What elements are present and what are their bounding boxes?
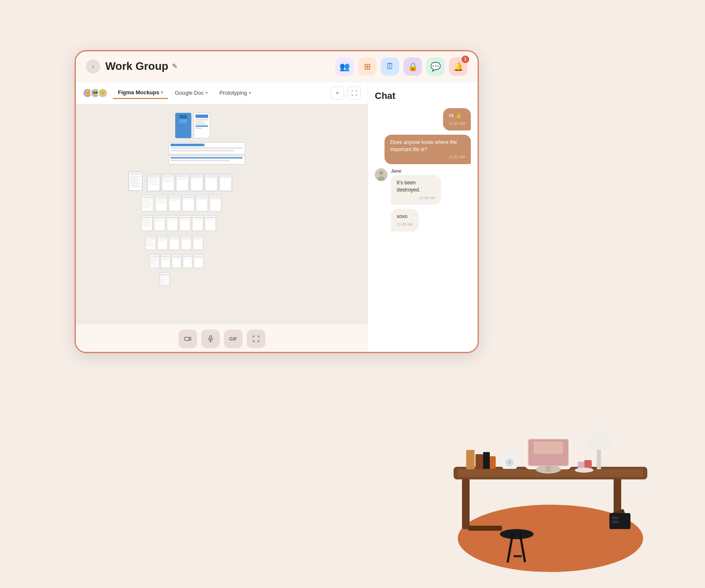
svg-rect-109 (158, 237, 167, 238)
svg-rect-59 (142, 207, 149, 208)
svg-rect-32 (148, 182, 156, 183)
svg-rect-124 (151, 259, 157, 260)
svg-rect-147 (161, 282, 168, 283)
svg-point-181 (585, 431, 612, 450)
svg-rect-6 (195, 119, 208, 120)
svg-rect-149 (209, 335, 211, 339)
svg-rect-106 (147, 244, 153, 245)
svg-rect-2 (179, 120, 187, 121)
gif-button[interactable]: GIF (224, 330, 243, 348)
people-button[interactable]: 👥 (335, 57, 354, 76)
edit-icon[interactable]: ✎ (172, 62, 177, 70)
gif-label: GIF (229, 336, 237, 341)
svg-rect-123 (151, 258, 158, 258)
message-bubble-outgoing: Does anyone know where the important fil… (385, 135, 471, 164)
svg-rect-26 (130, 186, 141, 187)
svg-rect-37 (163, 179, 171, 180)
svg-rect-71 (183, 198, 193, 199)
svg-rect-38 (163, 181, 174, 181)
expand-button[interactable]: ⛶ (347, 86, 361, 100)
message-time: 11:35 AM (397, 222, 413, 227)
tab-bar: 😊 😎 🙂 Figma Mockups ▾ Google Doc ▾ Proto… (76, 82, 368, 104)
message-bubble-incoming: xoxo 11:35 AM (391, 209, 419, 231)
svg-rect-67 (170, 198, 180, 199)
svg-rect-166 (466, 450, 475, 469)
svg-rect-81 (142, 221, 149, 221)
message-time: 11:35 AM (397, 195, 435, 201)
svg-rect-125 (151, 261, 158, 262)
svg-rect-102 (147, 237, 155, 238)
svg-rect-22 (130, 179, 141, 180)
lock-button[interactable]: 🔒 (403, 57, 422, 76)
message-3: Jane It's been destroyed. 11:35 AM (375, 168, 471, 205)
chat-title: Chat (375, 90, 471, 101)
svg-rect-8 (195, 123, 206, 125)
svg-rect-148 (184, 337, 189, 341)
svg-rect-70 (183, 196, 193, 197)
layers-button[interactable]: ⊞ (358, 57, 377, 76)
svg-rect-169 (490, 456, 496, 469)
tab-label: Figma Mockups (118, 89, 159, 96)
svg-rect-23 (130, 181, 138, 182)
bell-button[interactable]: 🔔 1 (449, 57, 467, 76)
bottom-toolbar: GIF (76, 324, 368, 353)
fullscreen-button[interactable] (247, 330, 265, 348)
mic-button[interactable] (201, 330, 220, 348)
svg-rect-21 (130, 178, 139, 178)
svg-rect-110 (158, 239, 167, 239)
svg-rect-57 (142, 203, 151, 204)
message-bubble-incoming: It's been destroyed. 11:35 AM (391, 175, 441, 205)
svg-rect-45 (191, 177, 202, 178)
svg-rect-9 (195, 125, 208, 127)
svg-rect-131 (162, 259, 168, 260)
svg-rect-143 (161, 276, 168, 277)
calendar-button[interactable]: 🗓 (381, 57, 399, 76)
back-button[interactable]: ‹ (86, 59, 100, 74)
avatar-3: 🙂 (98, 88, 108, 98)
svg-rect-113 (170, 237, 179, 238)
svg-rect-177 (534, 442, 563, 454)
chevron-down-icon: ▾ (161, 90, 163, 95)
message-1: Hi 👋 11:31 AM (375, 108, 471, 130)
svg-rect-88 (155, 221, 162, 221)
tab-figma-mockups[interactable]: Figma Mockups ▾ (113, 87, 168, 99)
svg-point-162 (500, 529, 534, 539)
svg-rect-82 (142, 222, 152, 223)
svg-point-185 (575, 468, 593, 473)
svg-rect-48 (206, 177, 216, 178)
svg-rect-83 (142, 224, 150, 225)
svg-rect-144 (161, 277, 167, 278)
svg-rect-119 (194, 237, 202, 238)
chevron-down-icon: ▾ (249, 90, 251, 95)
desk-illustration (420, 370, 673, 580)
chat-button[interactable]: 💬 (426, 57, 445, 76)
svg-rect-16 (171, 157, 243, 158)
svg-rect-145 (161, 279, 168, 280)
tab-google-doc[interactable]: Google Doc ▾ (170, 87, 213, 98)
svg-point-172 (508, 461, 511, 464)
tab-avatars: 😊 😎 🙂 (83, 88, 108, 98)
svg-rect-35 (163, 175, 174, 176)
svg-rect-55 (142, 200, 150, 201)
add-tab-button[interactable]: ＋ (331, 86, 344, 100)
svg-rect-188 (612, 521, 619, 523)
jane-messages: Jane It's been destroyed. 11:35 AM (391, 168, 446, 205)
svg-rect-25 (130, 184, 139, 185)
svg-rect-30 (148, 179, 157, 180)
sender-name: Jane (391, 168, 446, 173)
svg-rect-158 (462, 479, 470, 529)
video-button[interactable] (179, 330, 197, 348)
svg-rect-167 (475, 454, 483, 469)
message-time: 11:31 AM (390, 154, 465, 160)
svg-rect-139 (195, 255, 202, 257)
svg-rect-68 (170, 200, 177, 201)
svg-rect-20 (130, 176, 141, 177)
tab-actions: ＋ ⛶ (331, 86, 361, 100)
svg-rect-86 (155, 217, 164, 218)
tab-prototyping[interactable]: Prototyping ▾ (214, 87, 256, 98)
svg-rect-107 (147, 245, 155, 246)
svg-rect-24 (130, 183, 141, 184)
jane-avatar (375, 168, 387, 181)
chat-messages: Hi 👋 11:31 AM Does anyone know where the… (375, 108, 471, 231)
canvas-content[interactable] (76, 104, 368, 324)
